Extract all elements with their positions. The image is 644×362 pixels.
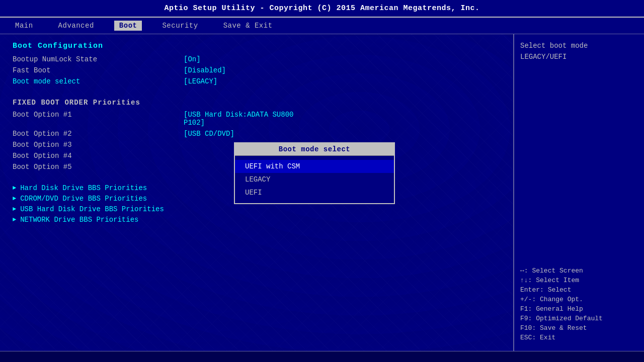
boot-option-2-row: Boot Option #2 [USB CD/DVD] — [13, 130, 501, 138]
popup-option-uefi[interactable]: UEFI — [235, 186, 394, 199]
bootmode-label: Boot mode select — [13, 77, 184, 85]
bbs-cdrom-arrow: ► — [13, 195, 16, 202]
right-panel: Select boot mode LEGACY/UEFI ↔: Select S… — [513, 34, 644, 351]
menu-bar: Main Advanced Boot Security Save & Exit — [0, 18, 644, 34]
popup-body: UEFI with CSM LEGACY UEFI — [235, 156, 394, 203]
boot-option-1-value-line1: [USB Hard Disk:ADATA SU800 — [184, 111, 293, 119]
help-keys: ↔: Select Screen ↑↓: Select Item Enter: … — [520, 267, 638, 343]
boot-option-1-value-line2: P102] — [184, 119, 293, 127]
panel-content: Boot Configuration Bootup NumLock State … — [13, 42, 501, 224]
config-row-bootmode: Boot mode select [LEGACY] — [13, 77, 501, 85]
bbs-usb-hdd-label: USB Hard Disk Drive BBS Priorities — [20, 205, 164, 213]
bbs-hdd-arrow: ► — [13, 185, 16, 192]
numlock-label: Bootup NumLock State — [13, 55, 184, 63]
bbs-hdd-label: Hard Disk Drive BBS Priorities — [20, 184, 147, 192]
boot-option-2-label: Boot Option #2 — [13, 130, 184, 138]
popup-title: Boot mode select — [235, 143, 394, 156]
menu-item-boot[interactable]: Boot — [114, 21, 142, 31]
key-enter: Enter: Select — [520, 286, 638, 294]
config-row-fastboot: Fast Boot [Disabled] — [13, 66, 501, 74]
key-select-screen-key: ↔: — [520, 267, 528, 275]
menu-item-save-exit[interactable]: Save & Exit — [218, 21, 278, 31]
key-f9-key: F9: — [520, 315, 532, 322]
key-f1-key: F1: — [520, 305, 532, 313]
bbs-network-arrow: ► — [13, 216, 16, 223]
config-row-numlock: Bootup NumLock State [On] — [13, 55, 501, 63]
status-bar — [0, 351, 644, 362]
bbs-network-label: NETWORK Drive BBS Priorities — [20, 216, 138, 224]
key-f10-key: F10: — [520, 324, 536, 332]
popup-option-legacy[interactable]: LEGACY — [235, 173, 394, 186]
help-value: LEGACY/UEFI — [520, 53, 638, 61]
popup-box: Boot mode select UEFI with CSM LEGACY UE… — [234, 142, 395, 204]
bbs-cdrom-label: CDROM/DVD Drive BBS Priorities — [20, 195, 147, 203]
key-change-opt: +/-: Change Opt. — [520, 296, 638, 303]
menu-item-security[interactable]: Security — [157, 21, 203, 31]
boot-option-1-value[interactable]: [USB Hard Disk:ADATA SU800 P102] — [184, 111, 293, 127]
help-title: Select boot mode — [520, 42, 638, 50]
fastboot-value[interactable]: [Disabled] — [184, 66, 226, 74]
boot-config-title: Boot Configuration — [13, 42, 501, 50]
bios-screen: Aptio Setup Utility - Copyright (C) 2015… — [0, 0, 644, 362]
boot-mode-popup: Boot mode select UEFI with CSM LEGACY UE… — [234, 142, 395, 204]
key-enter-key: Enter: — [520, 286, 544, 294]
boot-option-4-label: Boot Option #4 — [13, 152, 184, 160]
title-bar: Aptio Setup Utility - Copyright (C) 2015… — [0, 0, 644, 18]
fixed-boot-title: FIXED BOOT ORDER Priorities — [13, 99, 501, 107]
key-f1: F1: General Help — [520, 305, 638, 313]
boot-option-5-label: Boot Option #5 — [13, 163, 184, 171]
bootmode-value[interactable]: [LEGACY] — [184, 77, 217, 85]
menu-item-main[interactable]: Main — [10, 21, 38, 31]
numlock-value[interactable]: [On] — [184, 55, 201, 63]
boot-option-2-value[interactable]: [USB CD/DVD] — [184, 130, 234, 138]
key-f9: F9: Optimized Default — [520, 315, 638, 322]
menu-item-advanced[interactable]: Advanced — [53, 21, 99, 31]
key-select-item-key: ↑↓: — [520, 277, 532, 284]
key-change-opt-key: +/-: — [520, 296, 536, 303]
popup-option-uefi-csm[interactable]: UEFI with CSM — [235, 160, 394, 173]
gap1 — [13, 88, 501, 99]
boot-option-3-label: Boot Option #3 — [13, 141, 184, 149]
boot-option-1-row: Boot Option #1 [USB Hard Disk:ADATA SU80… — [13, 111, 501, 127]
key-esc-key: ESC: — [520, 334, 536, 341]
main-content: Boot Configuration Bootup NumLock State … — [0, 34, 644, 351]
boot-option-1-label: Boot Option #1 — [13, 111, 184, 119]
bbs-usb-hdd-arrow: ► — [13, 206, 16, 213]
key-select-item: ↑↓: Select Item — [520, 277, 638, 284]
center-panel: Boot Configuration Bootup NumLock State … — [0, 34, 513, 351]
title-text: Aptio Setup Utility - Copyright (C) 2015… — [164, 4, 479, 13]
bbs-usb-hdd[interactable]: ► USB Hard Disk Drive BBS Priorities — [13, 205, 501, 213]
key-select-screen: ↔: Select Screen — [520, 267, 638, 275]
key-esc: ESC: Exit — [520, 334, 638, 341]
help-divider — [520, 71, 638, 267]
bbs-network[interactable]: ► NETWORK Drive BBS Priorities — [13, 216, 501, 224]
key-f10: F10: Save & Reset — [520, 324, 638, 332]
fastboot-label: Fast Boot — [13, 66, 184, 74]
